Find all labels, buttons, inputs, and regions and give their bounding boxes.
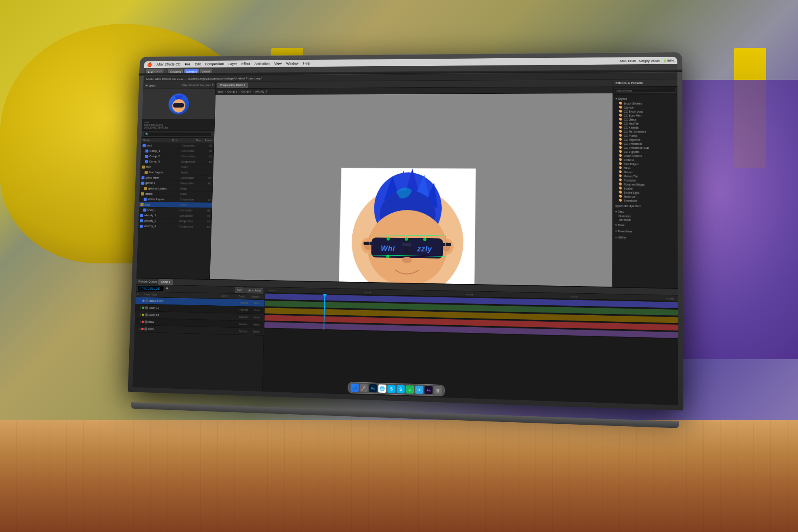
- dock-skype2[interactable]: S: [397, 385, 405, 394]
- effect-item[interactable]: 🎨 CC Mr. Smoothie: [613, 129, 678, 133]
- dock-telegram[interactable]: ✈: [415, 386, 424, 394]
- effect-item[interactable]: 🎨 CC Vignette: [613, 150, 678, 154]
- breadcrumb-sep3: ›: [253, 90, 254, 93]
- table-surface: [0, 420, 798, 532]
- effects-header: Effects & Presets: [613, 79, 677, 87]
- effect-item[interactable]: 🎨 CC Glass: [613, 117, 678, 121]
- effect-item[interactable]: 🎨 CC Threshold: [613, 142, 678, 146]
- wood-grain: [0, 420, 798, 532]
- dock-photoshop[interactable]: Ps: [369, 384, 377, 392]
- tl-face-tab[interactable]: face: [235, 287, 245, 293]
- layer-visibility-toggle[interactable]: [145, 313, 148, 316]
- render-queue-tab[interactable]: Render Queue: [138, 280, 157, 284]
- screen-bezel: 🍎 After Effects CC File Edit Composition…: [132, 57, 678, 405]
- layer-name: body: [148, 328, 238, 333]
- menu-file[interactable]: File: [185, 62, 190, 66]
- effect-item[interactable]: 🎨 Cartoon: [613, 105, 677, 109]
- menu-edit[interactable]: Edit: [195, 62, 201, 66]
- ruler-mid: 02:00f: [466, 293, 473, 296]
- dock-spotify[interactable]: ♫: [406, 385, 415, 394]
- layer-name: [glass letter]: [149, 299, 239, 304]
- timecode-search: 🔍: [166, 287, 169, 290]
- dock-finder[interactable]: 🔵: [351, 384, 359, 392]
- menu-window[interactable]: Window: [286, 61, 298, 65]
- menu-animation[interactable]: Animation: [255, 62, 270, 66]
- menu-effect[interactable]: Effect: [241, 62, 250, 66]
- effect-item[interactable]: 🎨 CC Burn Film: [613, 113, 677, 117]
- macbook: 🍎 After Effects CC File Edit Composition…: [127, 52, 683, 423]
- svg-text:zzly: zzly: [417, 245, 433, 253]
- effect-item[interactable]: 🎨 CC HexTile: [613, 121, 678, 125]
- effect-item[interactable]: 🎨 Threshold: [613, 198, 678, 203]
- list-item[interactable]: whizzly_3 Composition 60: [138, 223, 211, 230]
- menu-view[interactable]: View: [274, 61, 282, 65]
- layer-visibility-toggle[interactable]: [144, 320, 148, 323]
- layer-track: None: [254, 316, 263, 319]
- dock-chrome[interactable]: 🌐: [378, 384, 386, 393]
- list-item[interactable]: glasses Composition 60: [140, 180, 213, 186]
- layer-mode: Normal: [240, 301, 253, 305]
- list-item[interactable]: glass letter Composition 60: [140, 175, 213, 181]
- project-panel-header: Project Effect Controls hair_front 3: [143, 82, 216, 89]
- effect-item[interactable]: 🎨 Emboss: [613, 158, 678, 162]
- effects-search: [613, 87, 677, 95]
- effect-item[interactable]: 🎨 CC Kaleida: [613, 125, 678, 129]
- menu-ae[interactable]: After Effects CC: [156, 62, 180, 66]
- layer-track: None: [254, 309, 263, 312]
- ruler-end: 04:00f: [666, 297, 674, 300]
- effect-item[interactable]: 🎨 Color Emboss: [613, 154, 678, 158]
- comp1-tab[interactable]: Comp 1: [158, 279, 173, 285]
- effect-item[interactable]: Timecode: [613, 218, 678, 222]
- apple-icon[interactable]: 🍎: [147, 62, 152, 67]
- effects-search-input[interactable]: [615, 88, 676, 93]
- effects-category-time: ▾ Time: [613, 223, 678, 228]
- project-search-input[interactable]: [144, 132, 212, 136]
- dock-after-effects[interactable]: Ae: [425, 386, 433, 394]
- project-preview: [142, 89, 215, 119]
- layer-mode: Normal: [239, 323, 253, 326]
- menu-layer[interactable]: Layer: [228, 62, 237, 66]
- layer-color: [142, 299, 145, 302]
- layer-mode: Normal: [239, 309, 253, 312]
- preview-thumbnail: [168, 93, 189, 115]
- list-item[interactable]: Comp_3 Composition 60: [140, 159, 213, 164]
- layer-visibility-toggle[interactable]: [145, 299, 148, 302]
- timeline-timecode[interactable]: 0:00:00:58: [137, 285, 164, 291]
- breadcrumb-comp2[interactable]: Comp 2: [241, 90, 251, 93]
- list-item[interactable]: face Layers Folder: [140, 170, 213, 176]
- svg-rect-16: [402, 243, 411, 246]
- list-item[interactable]: Comp_2 Composition 60: [141, 154, 213, 159]
- effect-item[interactable]: 🎨 CC Threshold RGB: [613, 146, 678, 150]
- layer-num: 1: [136, 299, 142, 302]
- list-item[interactable]: Comp_1 Composition 60: [141, 148, 213, 154]
- macbook-lid: 🍎 After Effects CC File Edit Composition…: [128, 52, 683, 411]
- effects-category-transition: ▾ Transition: [613, 229, 678, 235]
- timeline-left: 0:00:00:58 🔍 face glass letter # La: [132, 285, 265, 392]
- dock-skype[interactable]: S: [387, 385, 395, 393]
- effect-item[interactable]: 🎨 CC Block Load: [613, 109, 677, 113]
- layer-name: Layer 12: [149, 307, 239, 311]
- effects-category-stylize: ▾ Stylize: [613, 96, 677, 101]
- ruler-q3: 03:00f: [571, 295, 577, 298]
- dock-trash[interactable]: 🗑: [434, 386, 442, 395]
- breadcrumb-whizzly[interactable]: whizzly_3: [255, 90, 267, 93]
- breadcrumb-comp1[interactable]: Comp 1: [227, 90, 237, 93]
- effect-item[interactable]: 🎨 CC RepeTile: [613, 138, 678, 142]
- layer-visibility-toggle[interactable]: [144, 327, 148, 330]
- project-size: 800 x 600 (1.00): [144, 124, 212, 127]
- menu-help[interactable]: Help: [303, 61, 310, 65]
- effect-item[interactable]: 🎨 CC Plastic: [613, 134, 678, 138]
- effect-item[interactable]: 🎨 Brush Strokes: [613, 101, 677, 105]
- layer-color: [142, 307, 144, 309]
- breadcrumb-shot[interactable]: shot: [218, 90, 223, 93]
- menu-composition[interactable]: Composition: [205, 62, 224, 66]
- layer-visibility-toggle[interactable]: [145, 306, 148, 309]
- layer-color: [142, 313, 144, 316]
- list-item[interactable]: face Folder: [140, 164, 213, 170]
- breadcrumb-sep: ›: [225, 90, 226, 93]
- dock-launchpad[interactable]: 🚀: [360, 384, 368, 392]
- list-item[interactable]: shot Composition 60: [141, 143, 214, 148]
- effects-category-synthetic: Synthetic Aperture: [613, 204, 678, 209]
- tl-glass-tab[interactable]: glass letter: [245, 287, 263, 293]
- viewer-tab-comp1[interactable]: Composition: Comp 1: [217, 82, 248, 88]
